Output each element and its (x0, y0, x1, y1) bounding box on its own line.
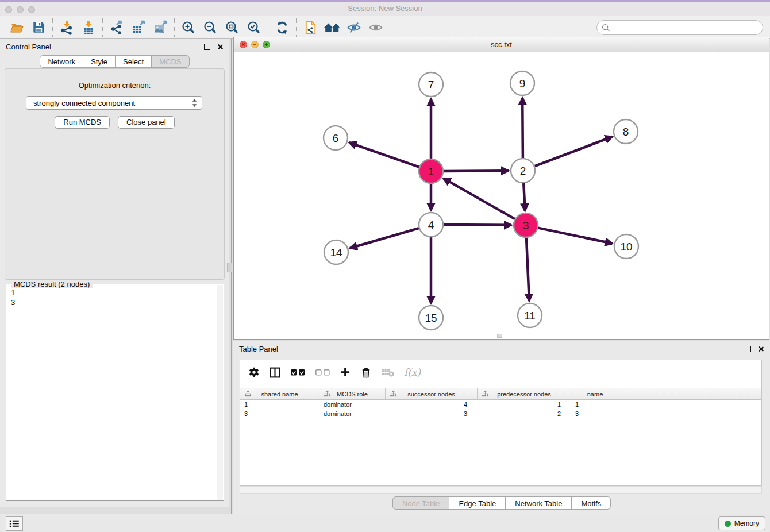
zoom-selected-button[interactable] (243, 18, 265, 37)
function-builder-button[interactable]: f(x) (404, 367, 421, 378)
column-header-mcds-role[interactable]: MCDS role (319, 388, 386, 399)
app-titlebar: Session: New Session (0, 0, 770, 16)
result-scrollbar[interactable] (217, 285, 223, 500)
open-session-button[interactable] (6, 18, 28, 37)
canvas-resize-grip[interactable] (497, 334, 502, 338)
column-header-shared-name[interactable]: shared name (240, 388, 319, 399)
tab-select[interactable]: Select (116, 55, 152, 68)
task-history-button[interactable] (6, 516, 23, 531)
show-column-button[interactable] (269, 367, 281, 379)
edge-2-3[interactable] (523, 183, 525, 211)
edge-3-11[interactable] (526, 238, 529, 301)
refresh-button[interactable] (271, 18, 293, 37)
zoom-fit-button[interactable] (221, 18, 243, 37)
task-list-icon (9, 519, 20, 529)
import-network-icon (59, 20, 74, 35)
home-button[interactable] (321, 18, 343, 37)
table-panel: Table Panel (233, 341, 770, 514)
network-window-titlebar[interactable]: × − + scc.txt (234, 37, 769, 52)
delete-column-button[interactable] (360, 367, 372, 379)
cell-name[interactable]: 1 (571, 400, 619, 409)
search-field[interactable] (596, 20, 763, 35)
hierarchy-icon (482, 390, 489, 399)
close-panel-icon[interactable] (217, 44, 224, 50)
export-table-button[interactable] (128, 18, 149, 37)
close-panel-button[interactable]: Close panel (118, 116, 175, 129)
memory-status-icon (725, 521, 731, 527)
tab-motifs[interactable]: Motifs (572, 496, 611, 510)
main-toolbar (0, 16, 770, 39)
edge-1-6[interactable] (349, 142, 419, 167)
cell-mcds-role[interactable]: dominator (319, 400, 386, 409)
memory-button[interactable]: Memory (718, 516, 765, 530)
new-network-from-selection-button[interactable] (299, 18, 321, 37)
tab-mcds[interactable]: MCDS (152, 55, 189, 68)
node-label: 3 (523, 219, 529, 232)
criterion-dropdown[interactable]: strongly connected component (26, 96, 202, 110)
network-graph[interactable]: 7968124314101511 (234, 52, 769, 339)
panel-splitter[interactable] (231, 39, 232, 514)
search-input[interactable] (613, 22, 763, 33)
export-network-button[interactable] (106, 18, 128, 37)
cell-shared-name[interactable]: 3 (240, 409, 319, 418)
cell-predecessor-nodes[interactable]: 1 (478, 400, 571, 409)
column-header-predecessor-nodes[interactable]: predecessor nodes (478, 388, 571, 399)
cell-mcds-role[interactable]: dominator (319, 409, 386, 418)
run-mcds-button[interactable]: Run MCDS (55, 116, 110, 129)
import-table-button[interactable] (78, 18, 99, 37)
zoom-out-button[interactable] (199, 18, 221, 37)
table-settings-button[interactable] (248, 367, 260, 378)
mcds-result-group: MCDS result (2 nodes) 1 3 (6, 284, 224, 501)
control-panel-title: Control Panel (6, 43, 51, 51)
delete-table-button[interactable] (381, 367, 395, 378)
unselect-all-button[interactable] (315, 368, 330, 377)
edge-3-1[interactable] (444, 178, 515, 219)
cell-successor-nodes[interactable]: 4 (386, 400, 478, 409)
toolbar-separator (174, 18, 175, 37)
edge-3-10[interactable] (538, 228, 613, 244)
float-panel-icon[interactable] (204, 44, 210, 50)
tab-style[interactable]: Style (83, 55, 116, 68)
network-view-window: × − + scc.txt 7968124314101511 (233, 37, 769, 340)
column-header-successor-nodes[interactable]: successor nodes (386, 388, 478, 399)
edge-1-2[interactable] (444, 171, 509, 171)
cell-predecessor-nodes[interactable]: 2 (478, 409, 571, 418)
tab-network[interactable]: Network (40, 55, 83, 68)
checked-boxes-icon (290, 368, 306, 377)
edge-4-14[interactable] (350, 228, 419, 248)
export-table-icon (131, 20, 146, 35)
cell-name[interactable]: 3 (571, 409, 619, 418)
tab-network-table[interactable]: Network Table (506, 496, 572, 510)
control-panel-tabs: Network Style Select MCDS (0, 55, 229, 68)
edge-4-3[interactable] (444, 225, 511, 225)
table-row[interactable]: 1 dominator 4 1 1 (240, 400, 761, 409)
table-row[interactable]: 3 dominator 3 2 3 (240, 409, 761, 418)
close-panel-icon[interactable] (758, 346, 764, 352)
select-all-button[interactable] (290, 368, 306, 377)
mcds-result-text[interactable]: 1 3 (11, 288, 15, 307)
node-label: 2 (520, 165, 526, 177)
column-header-name[interactable]: name (571, 388, 619, 399)
export-image-button[interactable] (149, 18, 171, 37)
zoom-in-button[interactable] (178, 18, 199, 37)
export-network-icon (109, 20, 124, 35)
edge-2-9[interactable] (522, 98, 523, 158)
show-hidden-button[interactable] (365, 18, 387, 37)
import-network-button[interactable] (56, 18, 78, 37)
float-panel-icon[interactable] (745, 346, 751, 352)
hide-selected-button[interactable] (343, 18, 365, 37)
cell-shared-name[interactable]: 1 (240, 400, 319, 409)
table-horizontal-scrollbar[interactable] (240, 486, 762, 494)
tab-edge-table[interactable]: Edge Table (449, 496, 506, 510)
save-session-button[interactable] (28, 18, 49, 37)
plus-icon (340, 367, 351, 378)
cell-successor-nodes[interactable]: 3 (386, 409, 478, 418)
panel-splitter-grip[interactable] (227, 263, 232, 272)
edge-2-8[interactable] (535, 137, 613, 166)
save-floppy-icon (32, 21, 45, 34)
tab-node-table[interactable]: Node Table (392, 496, 450, 510)
create-column-button[interactable] (340, 367, 351, 378)
import-table-icon (81, 20, 96, 35)
column-label: name (587, 391, 603, 398)
network-canvas[interactable]: 7968124314101511 (234, 52, 769, 339)
